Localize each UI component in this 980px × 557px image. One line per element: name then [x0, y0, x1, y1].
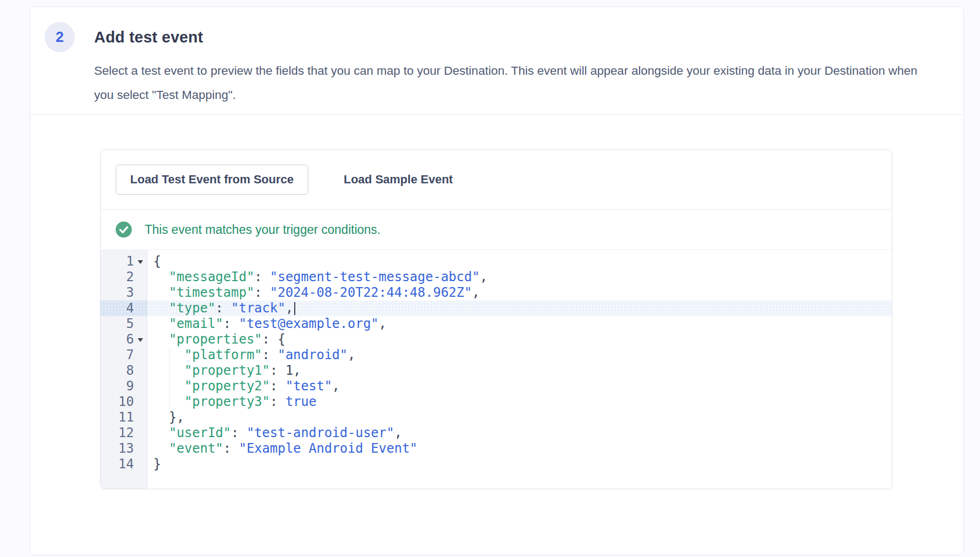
header-text: Add test event Select a test event to pr… — [94, 22, 942, 107]
text-cursor — [294, 302, 295, 315]
test-event-panel: Load Test Event from Source Load Sample … — [100, 149, 892, 489]
line-number: 3 — [101, 285, 147, 301]
section-description: Select a test event to preview the field… — [94, 59, 936, 107]
line-number: 11 — [101, 410, 147, 425]
line-number: 12 — [101, 425, 147, 441]
editor-gutter: 1234567891011121314 — [101, 250, 147, 489]
line-number: 7 — [101, 347, 147, 363]
line-number: 9 — [101, 379, 147, 394]
line-number: 14 — [101, 456, 147, 472]
line-number: 2 — [101, 269, 147, 285]
event-source-toolbar: Load Test Event from Source Load Sample … — [101, 150, 892, 210]
code-line[interactable]: "timestamp": "2024-08-20T22:44:48.962Z", — [147, 285, 892, 301]
add-test-event-card: 2 Add test event Select a test event to … — [30, 6, 964, 555]
fold-arrow-icon[interactable] — [138, 338, 143, 342]
line-number: 13 — [101, 441, 147, 456]
trigger-match-status-row: This event matches your trigger conditio… — [101, 210, 892, 249]
trigger-match-message: This event matches your trigger conditio… — [145, 223, 380, 237]
code-line[interactable]: }, — [147, 410, 892, 425]
code-line[interactable]: } — [147, 456, 892, 472]
load-test-event-button[interactable]: Load Test Event from Source — [116, 165, 308, 195]
editor-code-area: { "messageId": "segment-test-message-abc… — [147, 250, 892, 489]
code-line[interactable]: "property2": "test", — [147, 379, 892, 394]
fold-arrow-icon[interactable] — [138, 260, 143, 264]
line-number: 8 — [101, 363, 147, 379]
step-number-badge: 2 — [45, 22, 75, 52]
code-line[interactable]: "property3": true — [147, 394, 892, 410]
line-number: 10 — [101, 394, 147, 410]
code-line[interactable]: { — [147, 254, 892, 269]
code-line[interactable]: "event": "Example Android Event" — [147, 441, 892, 456]
code-line[interactable]: "email": "test@example.org", — [147, 316, 892, 332]
line-number: 6 — [101, 332, 147, 347]
card-body: Load Test Event from Source Load Sample … — [30, 115, 963, 489]
line-number: 5 — [101, 316, 147, 332]
line-number: 4 — [101, 301, 147, 316]
check-circle-icon — [116, 222, 132, 238]
code-line[interactable]: "type": "track", — [147, 301, 892, 316]
card-header: 2 Add test event Select a test event to … — [30, 7, 963, 115]
code-line[interactable]: "property1": 1, — [147, 363, 892, 379]
json-editor[interactable]: 1234567891011121314 { "messageId": "segm… — [101, 249, 892, 489]
code-line[interactable]: "properties": { — [147, 332, 892, 347]
load-sample-event-button[interactable]: Load Sample Event — [342, 165, 455, 195]
code-line[interactable]: "messageId": "segment-test-message-abcd"… — [147, 269, 892, 285]
line-number: 1 — [101, 254, 147, 269]
code-line[interactable]: "platform": "android", — [147, 347, 892, 363]
code-line[interactable]: "userId": "test-android-user", — [147, 425, 892, 441]
page-title: Add test event — [94, 27, 942, 47]
